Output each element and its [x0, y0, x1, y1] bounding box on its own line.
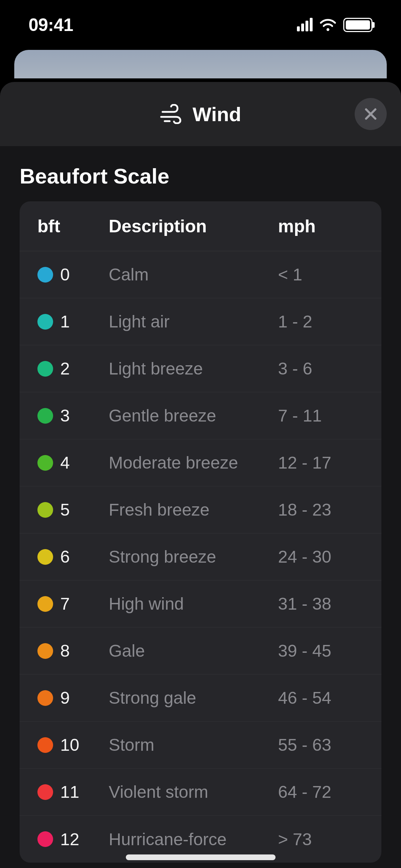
color-dot-icon: [37, 784, 53, 800]
cell-mph: 39 - 45: [278, 641, 364, 661]
table-header-row: bft Description mph: [20, 201, 381, 251]
cell-description: High wind: [109, 594, 278, 614]
modal-sheet: Wind Beaufort Scale bft Description mph …: [0, 82, 401, 868]
wifi-icon: [319, 18, 337, 32]
cell-mph: 24 - 30: [278, 547, 364, 567]
cell-description: Violent storm: [109, 782, 278, 802]
cell-description: Hurricane-force: [109, 830, 278, 849]
cell-bft: 8: [37, 641, 109, 661]
table-row: 5Fresh breeze18 - 23: [20, 486, 381, 533]
table-row: 7High wind31 - 38: [20, 580, 381, 627]
table-row: 3Gentle breeze7 - 11: [20, 392, 381, 439]
status-indicators: [297, 18, 372, 32]
color-dot-icon: [37, 502, 53, 518]
bft-value: 1: [60, 312, 70, 331]
cell-mph: 7 - 11: [278, 406, 364, 425]
bft-value: 11: [60, 782, 79, 802]
cell-bft: 5: [37, 500, 109, 520]
cell-description: Moderate breeze: [109, 453, 278, 472]
bft-value: 12: [60, 830, 79, 849]
table-header-mph: mph: [278, 216, 364, 237]
cell-mph: > 73: [278, 830, 364, 849]
bft-value: 8: [60, 641, 70, 661]
cell-bft: 11: [37, 782, 109, 802]
cell-mph: 1 - 2: [278, 312, 364, 331]
color-dot-icon: [37, 831, 53, 847]
cell-description: Gentle breeze: [109, 406, 278, 425]
bft-value: 0: [60, 265, 70, 284]
cell-description: Light air: [109, 312, 278, 331]
section-heading: Beaufort Scale: [20, 164, 381, 188]
bft-value: 9: [60, 688, 70, 708]
cell-mph: 46 - 54: [278, 688, 364, 708]
cell-bft: 9: [37, 688, 109, 708]
sheet-content: Beaufort Scale bft Description mph 0Calm…: [0, 146, 401, 868]
cell-bft: 10: [37, 735, 109, 755]
home-indicator[interactable]: [126, 854, 276, 860]
cell-description: Storm: [109, 735, 278, 755]
bft-value: 6: [60, 547, 70, 567]
cell-mph: 31 - 38: [278, 594, 364, 614]
cell-description: Calm: [109, 265, 278, 284]
close-icon: [363, 107, 378, 122]
color-dot-icon: [37, 596, 53, 612]
cell-bft: 0: [37, 265, 109, 284]
cell-mph: 64 - 72: [278, 782, 364, 802]
table-row: 6Strong breeze24 - 30: [20, 533, 381, 580]
battery-icon: [343, 18, 372, 32]
sheet-title: Wind: [192, 103, 241, 126]
table-row: 1Light air1 - 2: [20, 298, 381, 345]
bft-value: 5: [60, 500, 70, 520]
table-row: 10Storm55 - 63: [20, 722, 381, 769]
color-dot-icon: [37, 314, 53, 330]
bft-value: 2: [60, 359, 70, 378]
color-dot-icon: [37, 690, 53, 706]
bft-value: 7: [60, 594, 70, 614]
cell-mph: 18 - 23: [278, 500, 364, 520]
status-time: 09:41: [29, 15, 73, 35]
close-button[interactable]: [355, 98, 387, 130]
background-card-peek: [14, 50, 387, 78]
table-row: 4Moderate breeze12 - 17: [20, 439, 381, 486]
color-dot-icon: [37, 737, 53, 753]
bft-value: 4: [60, 453, 70, 472]
color-dot-icon: [37, 361, 53, 377]
status-bar: 09:41: [0, 0, 401, 50]
bft-value: 10: [60, 735, 79, 755]
cell-bft: 12: [37, 830, 109, 849]
cell-description: Gale: [109, 641, 278, 661]
cell-mph: 55 - 63: [278, 735, 364, 755]
table-row: 2Light breeze3 - 6: [20, 345, 381, 392]
cell-description: Fresh breeze: [109, 500, 278, 520]
cell-bft: 2: [37, 359, 109, 378]
cell-description: Light breeze: [109, 359, 278, 378]
table-row: 9Strong gale46 - 54: [20, 675, 381, 722]
color-dot-icon: [37, 455, 53, 471]
color-dot-icon: [37, 549, 53, 565]
table-row: 11Violent storm64 - 72: [20, 769, 381, 816]
table-header-description: Description: [109, 216, 278, 237]
table-header-bft: bft: [37, 216, 109, 237]
cell-bft: 1: [37, 312, 109, 331]
cell-description: Strong breeze: [109, 547, 278, 567]
table-row: 8Gale39 - 45: [20, 627, 381, 675]
cellular-icon: [297, 19, 313, 31]
beaufort-table: bft Description mph 0Calm< 11Light air1 …: [20, 201, 381, 863]
cell-bft: 6: [37, 547, 109, 567]
color-dot-icon: [37, 267, 53, 283]
cell-mph: < 1: [278, 265, 364, 284]
bft-value: 3: [60, 406, 70, 425]
cell-bft: 4: [37, 453, 109, 472]
cell-description: Strong gale: [109, 688, 278, 708]
table-row: 0Calm< 1: [20, 251, 381, 298]
cell-mph: 12 - 17: [278, 453, 364, 472]
wind-icon: [160, 104, 184, 124]
cell-mph: 3 - 6: [278, 359, 364, 378]
color-dot-icon: [37, 408, 53, 424]
sheet-header: Wind: [0, 82, 401, 146]
cell-bft: 7: [37, 594, 109, 614]
cell-bft: 3: [37, 406, 109, 425]
color-dot-icon: [37, 643, 53, 659]
